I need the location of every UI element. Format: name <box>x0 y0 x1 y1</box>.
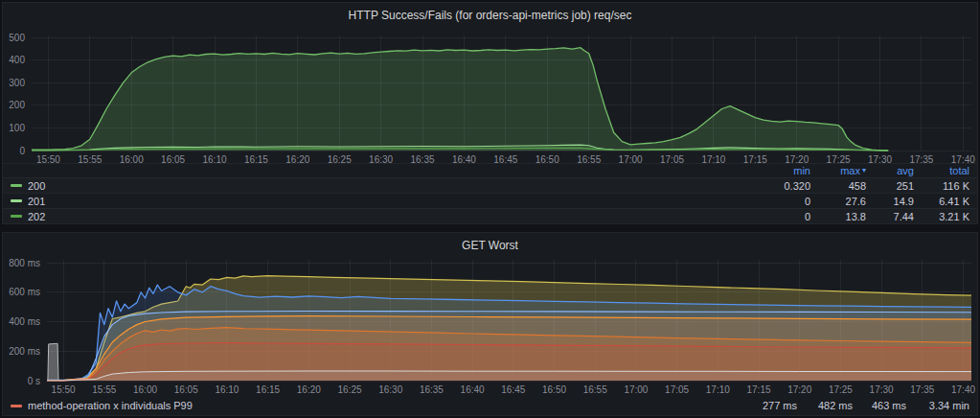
stat-max: 13.8 <box>810 211 866 222</box>
x-tick-label: 17:35 <box>910 384 934 395</box>
x-tick-label: 16:25 <box>337 384 361 395</box>
stat-max: 482 ms <box>797 400 853 411</box>
series-area-startup-spike <box>48 343 58 381</box>
legend-header-total-label: total <box>949 165 969 176</box>
legend-header-max-label: max <box>840 165 860 176</box>
y-tick-label: 400 ms <box>9 316 40 327</box>
y-tick-label: 600 ms <box>9 287 40 297</box>
series-color-swatch <box>11 199 22 202</box>
x-tick-label: 17:05 <box>665 384 689 395</box>
stat-avg: 7.44 <box>866 211 914 222</box>
stat-min: 0 <box>755 211 810 222</box>
series-color-swatch <box>11 184 22 187</box>
x-tick-label: 17:25 <box>829 384 853 395</box>
x-tick-label: 16:20 <box>297 384 321 395</box>
x-tick-label: 16:45 <box>501 384 525 395</box>
stat-min: 277 ms <box>736 400 797 411</box>
x-tick-label: 16:05 <box>174 384 198 395</box>
series-toggle-201[interactable]: 201 <box>28 196 45 207</box>
http-success-fails-chart[interactable]: 15:5015:5516:0016:0516:1016:1516:2016:25… <box>3 24 979 168</box>
stat-total: 3.34 min <box>906 400 969 411</box>
legend-header-avg-label: avg <box>897 165 914 176</box>
stat-max: 458 <box>810 180 866 192</box>
x-tick-label: 16:40 <box>461 384 485 395</box>
series-color-swatch <box>11 405 22 407</box>
x-tick-label: 17:15 <box>746 384 770 395</box>
legend-row-202: 202 0 13.8 7.44 3.21 K <box>3 208 977 223</box>
grafana-dashboard: HTTP Success/Fails (for orders-api-metri… <box>0 0 980 418</box>
x-tick-label: 16:55 <box>583 384 607 395</box>
panel-get-worst: GET Worst 15:5015:5516:0016:0516:1016:15… <box>2 232 978 416</box>
y-tick-label: 0 s <box>28 376 40 386</box>
stat-max: 27.6 <box>810 196 866 207</box>
x-tick-label: 17:30 <box>870 384 894 395</box>
legend-header: min max ▾ avg total <box>3 163 977 177</box>
x-tick-label: 16:10 <box>215 384 239 395</box>
x-tick-label: 15:55 <box>92 384 116 395</box>
legend-row-201: 201 0 27.6 14.9 6.41 K <box>3 193 977 208</box>
x-tick-label: 16:00 <box>133 384 157 395</box>
x-tick-label: 17:10 <box>706 384 730 395</box>
get-worst-legend: method-operation x individuals P99 277 m… <box>3 398 977 413</box>
x-tick-label: 17:00 <box>624 384 648 395</box>
x-tick-label: 16:35 <box>420 384 444 395</box>
stat-total: 3.21 K <box>914 211 969 222</box>
legend-sort-total[interactable]: total <box>914 165 969 176</box>
y-tick-label: 0 <box>19 146 25 156</box>
stat-total: 116 K <box>914 180 969 192</box>
http-legend-table: min max ▾ avg total 200 0.320 458 <box>3 163 977 223</box>
y-tick-label: 800 ms <box>9 258 40 268</box>
legend-sort-min[interactable]: min <box>755 165 810 176</box>
x-tick-label: 16:30 <box>378 384 402 395</box>
y-tick-label: 400 <box>9 55 25 65</box>
stat-min: 0.320 <box>755 180 810 192</box>
panel-http-success-fails: HTTP Success/Fails (for orders-api-metri… <box>2 2 978 224</box>
legend-header-min-label: min <box>793 165 810 176</box>
series-color-swatch <box>11 215 22 218</box>
legend-row-200: 200 0.320 458 251 116 K <box>3 177 977 193</box>
x-tick-label: 15:50 <box>52 384 76 395</box>
series-toggle-202[interactable]: 202 <box>28 211 45 222</box>
stat-min: 0 <box>755 196 810 207</box>
stat-avg: 14.9 <box>866 196 914 207</box>
series-toggle-200[interactable]: 200 <box>28 180 45 192</box>
legend-sort-avg[interactable]: avg <box>866 165 914 176</box>
x-tick-label: 16:15 <box>256 384 280 395</box>
legend-sort-max[interactable]: max ▾ <box>810 165 866 176</box>
x-tick-label: 17:40 <box>951 384 975 395</box>
x-tick-label: 17:20 <box>787 384 811 395</box>
x-tick-label: 16:50 <box>542 384 566 395</box>
stat-avg: 463 ms <box>853 400 906 411</box>
y-tick-label: 200 ms <box>9 346 40 357</box>
stat-avg: 251 <box>866 180 914 192</box>
y-tick-label: 300 <box>9 78 25 88</box>
y-tick-label: 200 <box>9 100 25 110</box>
y-tick-label: 100 <box>9 123 25 133</box>
panel-title-get-worst[interactable]: GET Worst <box>3 239 977 252</box>
stat-total: 6.41 K <box>914 196 969 207</box>
get-worst-chart[interactable]: 15:5015:5516:0016:0516:1016:1516:2016:25… <box>3 252 979 398</box>
series-area-200 <box>32 48 888 151</box>
series-toggle-p99[interactable]: method-operation x individuals P99 <box>28 400 193 411</box>
series-area-p99-light <box>47 371 971 381</box>
y-tick-label: 500 <box>9 33 25 43</box>
panel-title-http[interactable]: HTTP Success/Fails (for orders-api-metri… <box>3 9 977 22</box>
